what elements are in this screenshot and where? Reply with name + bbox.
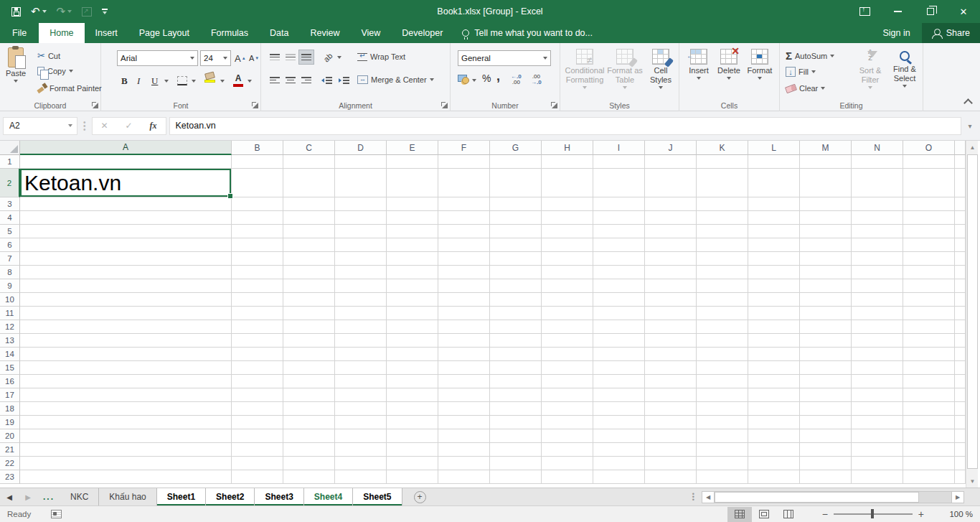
grid-cell-i13[interactable] bbox=[593, 334, 645, 348]
grid-cell-k10[interactable] bbox=[697, 293, 748, 307]
tab-splitter-handle[interactable]: ••• bbox=[692, 493, 694, 501]
grid-cell-e13[interactable] bbox=[387, 334, 438, 348]
grid-cell-l5[interactable] bbox=[748, 225, 800, 238]
grid-cell-f16[interactable] bbox=[438, 375, 490, 388]
ribbon-tab-view[interactable]: View bbox=[350, 23, 391, 43]
grid-cell-m1[interactable] bbox=[800, 155, 852, 169]
grid-cell-l21[interactable] bbox=[748, 443, 800, 457]
grid-cell-h9[interactable] bbox=[542, 279, 593, 293]
grid-cell-c4[interactable] bbox=[283, 211, 335, 225]
grid-cell-l11[interactable] bbox=[748, 307, 800, 320]
grid-cell-a17[interactable] bbox=[20, 388, 232, 402]
close-button[interactable]: ✕ bbox=[947, 0, 980, 23]
grid-cell-o6[interactable] bbox=[903, 238, 955, 252]
row-header-6[interactable]: 6 bbox=[0, 238, 20, 252]
grid-cell-f5[interactable] bbox=[438, 225, 490, 238]
grid-cell-m22[interactable] bbox=[800, 457, 852, 470]
grid-cell-a13[interactable] bbox=[20, 334, 232, 348]
grid-cell-m18[interactable] bbox=[800, 402, 852, 416]
grid-cell-l23[interactable] bbox=[748, 470, 800, 484]
grid-cell-j21[interactable] bbox=[645, 443, 697, 457]
grid-cell-j5[interactable] bbox=[645, 225, 697, 238]
align-left-button[interactable] bbox=[267, 73, 283, 88]
grid-cell-c7[interactable] bbox=[283, 252, 335, 266]
row-header-2[interactable]: 2 bbox=[0, 169, 20, 197]
grid-cell-h15[interactable] bbox=[542, 361, 593, 375]
grid-cell-partial[interactable] bbox=[955, 238, 966, 252]
italic-button[interactable] bbox=[134, 73, 143, 89]
grid-cell-f21[interactable] bbox=[438, 443, 490, 457]
grid-cell-o9[interactable] bbox=[903, 279, 955, 293]
column-header-i[interactable]: I bbox=[593, 141, 645, 155]
grid-cell-c8[interactable] bbox=[283, 266, 335, 279]
row-header-21[interactable]: 21 bbox=[0, 443, 20, 457]
grid-cell-d18[interactable] bbox=[335, 402, 387, 416]
grid-cell-o11[interactable] bbox=[903, 307, 955, 320]
grid-cell-a9[interactable] bbox=[20, 279, 232, 293]
grid-cell-n10[interactable] bbox=[852, 293, 903, 307]
grid-cell-l14[interactable] bbox=[748, 348, 800, 361]
row-header-14[interactable]: 14 bbox=[0, 348, 20, 361]
grid-cell-d9[interactable] bbox=[335, 279, 387, 293]
grid-cell-k2[interactable] bbox=[697, 169, 748, 197]
grid-cell-g19[interactable] bbox=[490, 416, 542, 429]
row-header-10[interactable]: 10 bbox=[0, 293, 20, 307]
grid-cell-o19[interactable] bbox=[903, 416, 955, 429]
grid-cell-o13[interactable] bbox=[903, 334, 955, 348]
grid-cell-c16[interactable] bbox=[283, 375, 335, 388]
grid-cell-partial[interactable] bbox=[955, 211, 966, 225]
sheet-tab-sheet5[interactable]: Sheet5 bbox=[353, 488, 402, 505]
grid-cell-o4[interactable] bbox=[903, 211, 955, 225]
grid-cell-f23[interactable] bbox=[438, 470, 490, 484]
grid-cell-j7[interactable] bbox=[645, 252, 697, 266]
grid-cell-a6[interactable] bbox=[20, 238, 232, 252]
grid-cell-n17[interactable] bbox=[852, 388, 903, 402]
grid-cell-o22[interactable] bbox=[903, 457, 955, 470]
zoom-slider[interactable]: − + bbox=[816, 508, 930, 520]
grid-cell-m12[interactable] bbox=[800, 320, 852, 334]
grid-cell-i12[interactable] bbox=[593, 320, 645, 334]
grid-cell-k1[interactable] bbox=[697, 155, 748, 169]
grid-cell-l4[interactable] bbox=[748, 211, 800, 225]
grid-cell-g11[interactable] bbox=[490, 307, 542, 320]
grid-cell-g8[interactable] bbox=[490, 266, 542, 279]
redo-button[interactable]: ↷ bbox=[57, 5, 72, 18]
next-sheet-icon[interactable]: ▶ bbox=[19, 488, 37, 505]
grid-cell-a12[interactable] bbox=[20, 320, 232, 334]
grid-cell-k6[interactable] bbox=[697, 238, 748, 252]
grid-cell-b18[interactable] bbox=[232, 402, 283, 416]
row-header-20[interactable]: 20 bbox=[0, 429, 20, 443]
grid-cell-f19[interactable] bbox=[438, 416, 490, 429]
grid-cell-f20[interactable] bbox=[438, 429, 490, 443]
grid-cell-d10[interactable] bbox=[335, 293, 387, 307]
grid-cell-b15[interactable] bbox=[232, 361, 283, 375]
grid-cell-d7[interactable] bbox=[335, 252, 387, 266]
grid-cell-j4[interactable] bbox=[645, 211, 697, 225]
grid-cell-i4[interactable] bbox=[593, 211, 645, 225]
grid-cell-m10[interactable] bbox=[800, 293, 852, 307]
accounting-chevron-icon[interactable] bbox=[472, 79, 476, 82]
collapse-ribbon-button[interactable] bbox=[963, 98, 973, 108]
grid-cell-j13[interactable] bbox=[645, 334, 697, 348]
grid-cell-f12[interactable] bbox=[438, 320, 490, 334]
grid-cell-a19[interactable] bbox=[20, 416, 232, 429]
grid-cell-b20[interactable] bbox=[232, 429, 283, 443]
grid-cell-j16[interactable] bbox=[645, 375, 697, 388]
grid-cell-c18[interactable] bbox=[283, 402, 335, 416]
grid-cell-m4[interactable] bbox=[800, 211, 852, 225]
grid-cell-k5[interactable] bbox=[697, 225, 748, 238]
column-header-a[interactable]: A bbox=[20, 141, 232, 155]
sheet-tab-sheet4[interactable]: Sheet4 bbox=[304, 488, 353, 505]
grid-cell-c1[interactable] bbox=[283, 155, 335, 169]
grid-cell-e14[interactable] bbox=[387, 348, 438, 361]
grid-cell-o5[interactable] bbox=[903, 225, 955, 238]
grid-cell-a16[interactable] bbox=[20, 375, 232, 388]
grid-cell-l7[interactable] bbox=[748, 252, 800, 266]
grid-cell-g16[interactable] bbox=[490, 375, 542, 388]
font-size-combo[interactable]: 24 bbox=[200, 50, 231, 66]
ribbon-tab-formulas[interactable]: Formulas bbox=[200, 23, 259, 43]
accounting-format-button[interactable] bbox=[458, 75, 469, 84]
grid-cell-d3[interactable] bbox=[335, 197, 387, 211]
grid-cell-i21[interactable] bbox=[593, 443, 645, 457]
zoom-out-icon[interactable]: − bbox=[816, 508, 834, 520]
